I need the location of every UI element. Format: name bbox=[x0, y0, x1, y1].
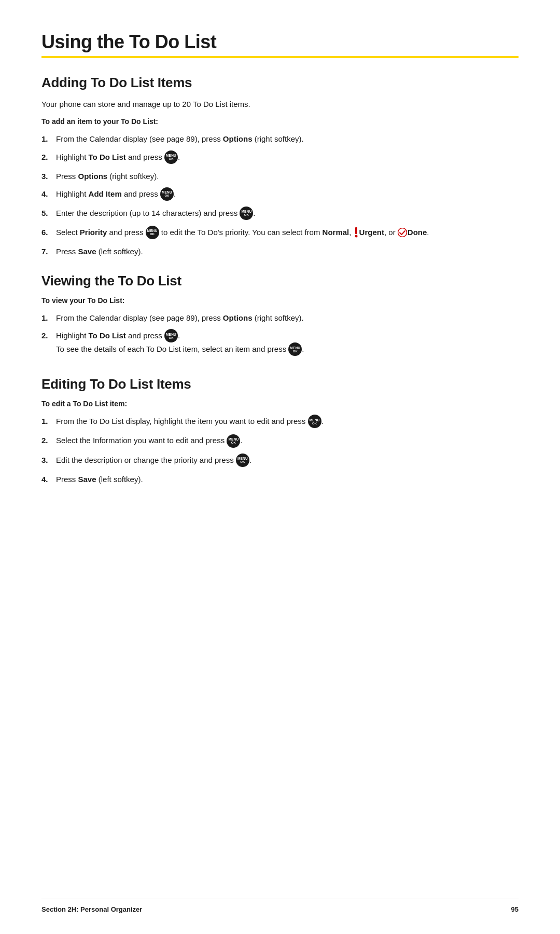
step-content-3: Press Options (right softkey). bbox=[56, 170, 519, 182]
step-view-1: 1. From the Calendar display (see page 8… bbox=[41, 312, 519, 324]
menu-ok-button-edit-1: MENU OK bbox=[308, 415, 321, 428]
step-content-7: Press Save (left softkey). bbox=[56, 245, 519, 257]
step-add-5: 5. Enter the description (up to 14 chara… bbox=[41, 207, 519, 221]
step-num-5: 5. bbox=[41, 207, 56, 219]
menu-ok-button-4: MENU OK bbox=[160, 187, 174, 201]
step-content-2: Highlight To Do List and press MENU OK . bbox=[56, 151, 519, 164]
step-num-6: 6. bbox=[41, 226, 56, 238]
step-add-3: 3. Press Options (right softkey). bbox=[41, 170, 519, 182]
step-edit-num-3: 3. bbox=[41, 454, 56, 466]
step-edit-2: 2. Select the Information you want to ed… bbox=[41, 434, 519, 448]
subsection-adding-label: To add an item to your To Do List: bbox=[41, 117, 519, 126]
title-underline bbox=[41, 56, 519, 58]
step-edit-4: 4. Press Save (left softkey). bbox=[41, 473, 519, 485]
menu-ok-button-view-2: MENU OK bbox=[164, 329, 178, 342]
step-content-6: Select Priority and press MENU OK to edi… bbox=[56, 226, 519, 240]
footer-section-label: Section 2H: Personal Organizer bbox=[41, 905, 142, 913]
menu-ok-button-view-nested: MENU OK bbox=[288, 342, 302, 356]
section-adding-title: Adding To Do List Items bbox=[41, 75, 519, 91]
step-num-2: 2. bbox=[41, 151, 56, 163]
section-adding-intro: Your phone can store and manage up to 20… bbox=[41, 98, 519, 110]
menu-ok-button-5: MENU OK bbox=[240, 207, 253, 220]
step-content-4: Highlight Add Item and press MENU OK . bbox=[56, 188, 519, 201]
step-edit-num-4: 4. bbox=[41, 473, 56, 485]
viewing-steps-list: 1. From the Calendar display (see page 8… bbox=[41, 312, 519, 361]
step-num-3: 3. bbox=[41, 170, 56, 182]
step-num-1: 1. bbox=[41, 133, 56, 145]
step-edit-content-3: Edit the description or change the prior… bbox=[56, 454, 519, 468]
step-add-6: 6. Select Priority and press MENU OK to … bbox=[41, 226, 519, 240]
step-edit-1: 1. From the To Do List display, highligh… bbox=[41, 415, 519, 429]
step-view-num-1: 1. bbox=[41, 312, 56, 324]
section-editing-title: Editing To Do List Items bbox=[41, 376, 519, 392]
section-editing: Editing To Do List Items To edit a To Do… bbox=[41, 376, 519, 485]
svg-point-1 bbox=[355, 235, 357, 237]
svg-point-2 bbox=[398, 228, 407, 237]
step-add-7: 7. Press Save (left softkey). bbox=[41, 245, 519, 257]
step-edit-num-2: 2. bbox=[41, 434, 56, 446]
step-view-2: 2. Highlight To Do List and press MENU O… bbox=[41, 329, 519, 361]
footer-page-number: 95 bbox=[511, 905, 519, 913]
step-edit-content-4: Press Save (left softkey). bbox=[56, 473, 519, 485]
step-edit-num-1: 1. bbox=[41, 415, 56, 427]
step-add-4: 4. Highlight Add Item and press MENU OK … bbox=[41, 188, 519, 201]
subsection-editing-label: To edit a To Do List item: bbox=[41, 400, 519, 408]
step-add-1: 1. From the Calendar display (see page 8… bbox=[41, 133, 519, 145]
subsection-viewing-label: To view your To Do List: bbox=[41, 296, 519, 305]
menu-ok-button-edit-3: MENU OK bbox=[236, 454, 249, 467]
step-view-num-2: 2. bbox=[41, 329, 56, 341]
step-content-5: Enter the description (up to 14 characte… bbox=[56, 207, 519, 221]
done-icon bbox=[398, 228, 408, 237]
section-adding: Adding To Do List Items Your phone can s… bbox=[41, 75, 519, 257]
step-content-1: From the Calendar display (see page 89),… bbox=[56, 133, 519, 145]
step-edit-content-1: From the To Do List display, highlight t… bbox=[56, 415, 519, 429]
page-title: Using the To Do List bbox=[41, 31, 519, 53]
svg-rect-0 bbox=[355, 227, 357, 234]
section-viewing-title: Viewing the To Do List bbox=[41, 273, 519, 289]
step-num-7: 7. bbox=[41, 245, 56, 257]
step-num-4: 4. bbox=[41, 188, 56, 200]
menu-ok-button-6: MENU OK bbox=[146, 226, 159, 239]
section-viewing: Viewing the To Do List To view your To D… bbox=[41, 273, 519, 361]
editing-steps-list: 1. From the To Do List display, highligh… bbox=[41, 415, 519, 485]
step-edit-content-2: Select the Information you want to edit … bbox=[56, 434, 519, 448]
adding-steps-list: 1. From the Calendar display (see page 8… bbox=[41, 133, 519, 257]
step-add-2: 2. Highlight To Do List and press MENU O… bbox=[41, 151, 519, 164]
step-edit-3: 3. Edit the description or change the pr… bbox=[41, 454, 519, 468]
menu-ok-button-2: MENU OK bbox=[164, 150, 178, 164]
step-view-content-1: From the Calendar display (see page 89),… bbox=[56, 312, 519, 324]
step-view-content-2: Highlight To Do List and press MENU OK . bbox=[56, 329, 180, 343]
page-footer: Section 2H: Personal Organizer 95 bbox=[41, 899, 519, 913]
menu-ok-button-edit-2: MENU OK bbox=[227, 434, 240, 448]
urgent-icon bbox=[354, 227, 359, 238]
step-view-nested-2: To see the details of each To Do List it… bbox=[56, 343, 304, 356]
